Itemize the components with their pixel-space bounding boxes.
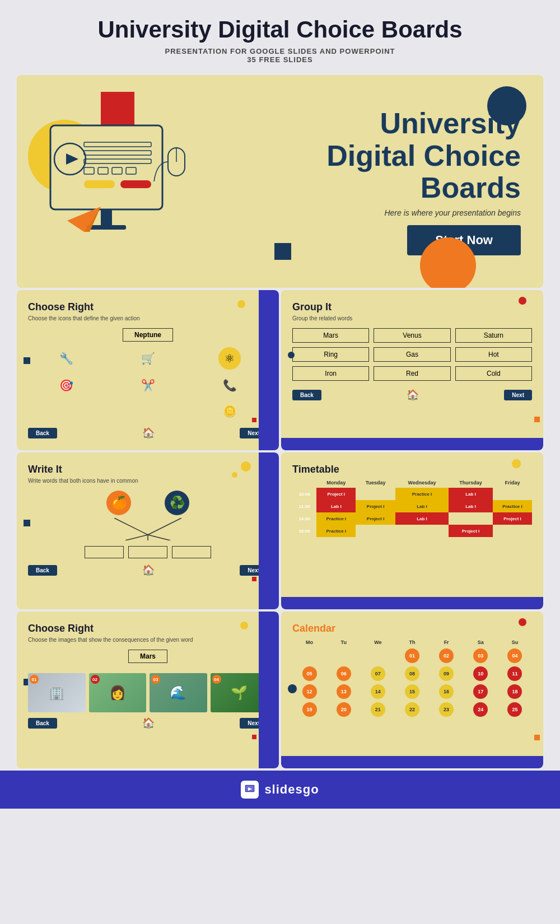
wednesday-header: Wednesday: [395, 478, 449, 488]
cal-cell: 24: [464, 701, 498, 718]
home-icon[interactable]: 🏠: [142, 717, 155, 729]
violet-side-decor: [259, 290, 279, 450]
slide-calendar: Calendar Mo Tu We Th Fr Sa Su: [281, 612, 543, 768]
nav-buttons: Back 🏠 Next: [292, 389, 532, 401]
cell-wed-1000: Practice I: [395, 488, 449, 500]
svg-rect-10: [84, 180, 115, 188]
calendar-table: Mo Tu We Th Fr Sa Su 01 0: [292, 638, 532, 718]
choice-image-1[interactable]: 01 🏢: [28, 673, 86, 712]
cal-day: 19: [302, 702, 317, 717]
choice-image-3[interactable]: 03 🌊: [150, 673, 207, 712]
slide-write-it: Write It Write words that both icons hav…: [17, 452, 279, 609]
blue-circle-decor: [487, 86, 526, 125]
slide-choose-right-2: Choose Right Choose the images that show…: [17, 612, 279, 768]
cal-cell: 14: [361, 683, 395, 701]
cal-cell: 10: [464, 665, 498, 683]
back-button[interactable]: Back: [28, 565, 57, 576]
word-ring: Ring: [292, 347, 369, 362]
cell-thu-1100: Lab I: [449, 500, 493, 512]
cal-day: 01: [405, 648, 419, 663]
cal-cell: 12: [292, 683, 326, 701]
word-saturn: Saturn: [455, 328, 532, 343]
calendar-title: Calendar: [292, 623, 532, 634]
cal-cell: 07: [361, 665, 395, 683]
icon-cart: 🛒: [138, 348, 158, 368]
back-button[interactable]: Back: [292, 390, 321, 400]
cal-cell: 13: [326, 683, 361, 701]
footer-brand: slidesgo: [264, 782, 319, 797]
cal-cell: 03: [464, 647, 498, 665]
write-box-3[interactable]: [172, 546, 211, 558]
cal-day: 13: [337, 684, 351, 699]
icon-phone: 📞: [220, 375, 240, 395]
home-icon[interactable]: 🏠: [142, 427, 155, 439]
home-icon[interactable]: 🏠: [142, 564, 155, 576]
cal-su: Su: [498, 638, 532, 647]
write-box-1[interactable]: [85, 546, 124, 558]
time-1100: 11:00: [292, 500, 316, 512]
cal-day: 14: [371, 684, 385, 699]
word-cold: Cold: [455, 366, 532, 381]
cal-cell: 04: [498, 647, 532, 665]
word-mars: Mars: [292, 328, 369, 343]
cal-cell: 23: [430, 701, 464, 718]
friday-header: Friday: [493, 478, 532, 488]
cal-cell: 11: [498, 665, 532, 683]
hero-slide: UniversityDigital ChoiceBoards Here is w…: [17, 75, 543, 288]
word-gas: Gas: [374, 347, 450, 362]
icon-target: 🎯: [56, 375, 76, 395]
cell-thu-1500: Project I: [449, 525, 493, 537]
decor-sq: [252, 577, 256, 581]
img-num-4: 04: [212, 675, 221, 684]
write-icons-row: 🍊 ♻️: [106, 491, 189, 515]
hero-title: UniversityDigital ChoiceBoards: [326, 108, 521, 204]
cal-day: 03: [473, 648, 488, 663]
home-icon[interactable]: 🏠: [407, 389, 419, 401]
write-box-2[interactable]: [128, 546, 167, 558]
write-icon-left: 🍊: [106, 491, 131, 515]
back-button[interactable]: Back: [28, 428, 57, 438]
violet-side-decor: [259, 612, 279, 768]
cal-cell: 20: [326, 701, 361, 718]
monday-header: Monday: [316, 478, 356, 488]
violet-bottom-decor: [281, 597, 543, 609]
cell-mon-1400: Practice I: [316, 512, 356, 525]
violet-bottom-decor: [281, 756, 543, 768]
write-diagram: 🍊 ♻️: [28, 491, 268, 558]
cal-cell: 21: [361, 701, 395, 718]
table-row: 01 02 03 04: [292, 647, 532, 665]
cal-day: 15: [405, 684, 419, 699]
time-1400: 14:00: [292, 512, 316, 525]
decor-sq: [252, 735, 256, 739]
cal-cell: 05: [292, 665, 326, 683]
monitor-illustration: [34, 114, 202, 249]
table-row: 12 13 14 15 16 17 18: [292, 683, 532, 701]
back-button[interactable]: Back: [28, 718, 57, 729]
cal-day: 05: [302, 666, 317, 681]
word-venus: Venus: [374, 328, 450, 343]
cal-day: 06: [337, 666, 351, 681]
table-row: 14:00 Practice I Project I Lab I Project…: [292, 512, 532, 525]
choice-image-2[interactable]: 02 👩: [89, 673, 147, 712]
table-row: 05 06 07 08 09 10 11: [292, 665, 532, 683]
cal-day: 12: [302, 684, 317, 699]
next-button[interactable]: Next: [504, 390, 532, 400]
word-hot: Hot: [455, 347, 532, 362]
cal-day: 18: [507, 684, 522, 699]
cell-tue-1500: [356, 525, 395, 537]
cal-cell: 18: [498, 683, 532, 701]
cal-cell: 01: [395, 647, 429, 665]
cal-cell: 19: [292, 701, 326, 718]
decor-sq: [534, 417, 540, 422]
slide-choose-right: Choose Right Choose the icons that defin…: [17, 290, 279, 450]
cal-cell: 17: [464, 683, 498, 701]
icon-atom: ⚛: [218, 347, 241, 370]
orange-circle-decor: [420, 237, 476, 288]
cal-day: 21: [371, 702, 385, 717]
mars-label: Mars: [128, 650, 167, 663]
neptune-label: Neptune: [123, 328, 173, 342]
cal-day: 16: [439, 684, 454, 699]
page-title: University Digital Choice Boards: [97, 17, 462, 43]
svg-rect-12: [101, 209, 112, 226]
choose-right-2-title: Choose Right: [28, 623, 268, 634]
